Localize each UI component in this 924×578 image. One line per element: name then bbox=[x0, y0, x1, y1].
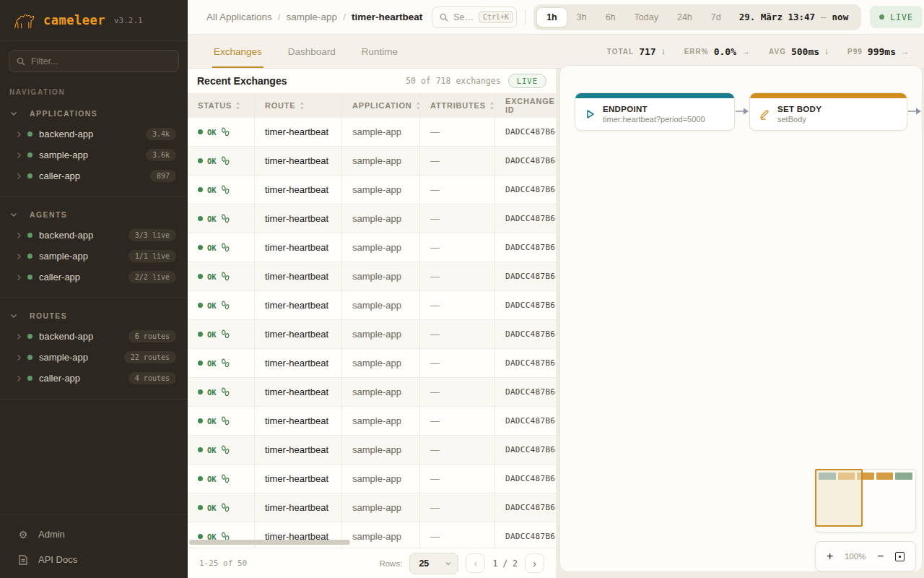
attributes-cell: — bbox=[419, 493, 494, 522]
live-toggle[interactable]: LIVE bbox=[870, 6, 923, 28]
chevron-down-icon bbox=[10, 111, 17, 116]
chevron-right-icon: › bbox=[533, 558, 536, 569]
table-row[interactable]: OKtimer-heartbeatsample-app—DADCC487B60F… bbox=[188, 147, 556, 176]
date-range-picker[interactable]: 29. März 13:47 — now bbox=[731, 12, 858, 22]
app-version: v3.2.1 bbox=[114, 16, 143, 25]
sidebar-item-label: backend-app bbox=[39, 129, 93, 139]
trace-footprints-icon bbox=[221, 329, 230, 339]
sidebar-item-sample-app[interactable]: sample-app3.6k bbox=[0, 144, 188, 165]
time-range-3h[interactable]: 3h bbox=[567, 7, 596, 27]
sidebar: cameleer v3.2.1 NAVIGATION APPLICATIONSb… bbox=[0, 0, 188, 578]
column-header-application[interactable]: APPLICATION bbox=[341, 93, 419, 118]
tab-exchanges[interactable]: Exchanges bbox=[214, 35, 262, 68]
nav-section-header-agents[interactable]: AGENTS bbox=[0, 207, 188, 225]
table-row[interactable]: OKtimer-heartbeatsample-app—DADCC487B60F… bbox=[188, 176, 556, 204]
status-cell: OK bbox=[188, 118, 254, 146]
time-range-1h[interactable]: 1h bbox=[536, 7, 567, 27]
trace-footprints-icon bbox=[221, 301, 230, 310]
zoom-in-button[interactable]: + bbox=[827, 551, 833, 562]
status-cell: OK bbox=[188, 378, 254, 406]
breadcrumb-current: timer-heartbeat bbox=[352, 12, 422, 22]
tab-dashboard[interactable]: Dashboard bbox=[288, 35, 336, 68]
status-dot bbox=[198, 447, 203, 452]
sidebar-item-caller-app[interactable]: caller-app4 routes bbox=[0, 368, 188, 389]
status-cell: OK bbox=[188, 493, 254, 522]
attributes-cell: — bbox=[419, 262, 494, 290]
time-range-6h[interactable]: 6h bbox=[596, 7, 625, 27]
sidebar-item-sample-app[interactable]: sample-app22 routes bbox=[0, 347, 188, 368]
table-row[interactable]: OKtimer-heartbeatsample-app—DADCC487B60F… bbox=[188, 349, 556, 378]
panel-title: Recent Exchanges bbox=[197, 75, 287, 87]
sidebar-item-label: sample-app bbox=[39, 150, 88, 160]
column-header-exchange-id[interactable]: EXCHANGE ID bbox=[494, 93, 556, 118]
prev-page-button[interactable]: ‹ bbox=[466, 553, 485, 573]
exchange-id-cell: DADCC487B60F8 bbox=[494, 349, 556, 377]
sidebar-item-backend-app[interactable]: backend-app6 routes bbox=[0, 326, 188, 347]
breadcrumb-all-applications[interactable]: All Applications bbox=[206, 12, 272, 22]
table-row[interactable]: OKtimer-heartbeatsample-app—DADCC487B60F… bbox=[188, 118, 556, 147]
flow-node-endpoint[interactable]: ENDPOINT timer:heartbeat?period=5000 bbox=[575, 92, 735, 131]
status-cell: OK bbox=[188, 349, 254, 377]
sidebar-item-caller-app[interactable]: caller-app2/2 live bbox=[0, 267, 188, 288]
sidebar-item-caller-app[interactable]: caller-app897 bbox=[0, 165, 188, 186]
table-row[interactable]: OKtimer-heartbeatsample-app—DADCC487B60F… bbox=[188, 465, 556, 493]
table-row[interactable]: OKtimer-heartbeatsample-app—DADCC487B60F… bbox=[188, 493, 556, 522]
application-cell: sample-app bbox=[341, 349, 419, 377]
sidebar-item-backend-app[interactable]: backend-app3/3 live bbox=[0, 225, 188, 246]
sidebar-item-api-docs[interactable]: API Docs bbox=[0, 547, 188, 572]
chevron-left-icon: ‹ bbox=[474, 558, 478, 569]
exchange-id-cell: DADCC487B60F8 bbox=[494, 118, 556, 146]
fit-view-button[interactable] bbox=[895, 552, 905, 561]
chevron-right-icon bbox=[17, 333, 22, 340]
minimap-node-bar bbox=[895, 473, 912, 480]
table-row[interactable]: OKtimer-heartbeatsample-app—DADCC487B60F… bbox=[188, 320, 556, 349]
app-logo[interactable]: cameleer v3.2.1 bbox=[0, 0, 188, 41]
flow-node-clipped[interactable] bbox=[922, 92, 923, 131]
zoom-out-button[interactable]: − bbox=[877, 551, 884, 562]
rows-per-page-select[interactable]: 25 bbox=[409, 553, 458, 574]
status-text: OK bbox=[207, 417, 217, 426]
table-row[interactable]: OKtimer-heartbeatsample-app—DADCC487B60F… bbox=[188, 262, 556, 291]
sidebar-item-admin[interactable]: ⚙ Admin bbox=[0, 522, 188, 547]
global-search[interactable]: Se… Ctrl+K bbox=[432, 7, 517, 28]
status-dot bbox=[198, 505, 203, 510]
route-flow-canvas[interactable]: ENDPOINT timer:heartbeat?period=5000 SET… bbox=[559, 65, 923, 572]
flow-node-set-body[interactable]: SET BODY setBody bbox=[749, 92, 907, 131]
filter-input[interactable] bbox=[31, 56, 171, 66]
trend-arrow-icon: ↓ bbox=[661, 46, 666, 56]
exchange-id-cell: DADCC487B60F8 bbox=[494, 436, 556, 464]
table-row[interactable]: OKtimer-heartbeatsample-app—DADCC487B60F… bbox=[188, 291, 556, 320]
table-row[interactable]: OKtimer-heartbeatsample-app—DADCC487B60F… bbox=[188, 436, 556, 465]
application-cell: sample-app bbox=[341, 176, 419, 204]
attributes-cell: — bbox=[419, 204, 494, 233]
time-range-today[interactable]: Today bbox=[625, 7, 668, 27]
rows-label: Rows: bbox=[379, 559, 402, 568]
table-row[interactable]: OKtimer-heartbeatsample-app—DADCC487B60F… bbox=[188, 204, 556, 233]
sidebar-item-backend-app[interactable]: backend-app3.4k bbox=[0, 124, 188, 144]
sidebar-item-label: caller-app bbox=[39, 373, 80, 384]
column-label: EXCHANGE ID bbox=[505, 97, 555, 114]
column-label: APPLICATION bbox=[352, 101, 412, 110]
nav-section-header-routes[interactable]: ROUTES bbox=[0, 309, 188, 326]
live-label: LIVE bbox=[890, 12, 913, 22]
time-range-7d[interactable]: 7d bbox=[702, 7, 731, 27]
table-row[interactable]: OKtimer-heartbeatsample-app—DADCC487B60F… bbox=[188, 378, 556, 407]
tab-runtime[interactable]: Runtime bbox=[362, 35, 398, 68]
status-text: OK bbox=[207, 475, 217, 483]
table-row[interactable]: OKtimer-heartbeatsample-app—DADCC487B60F… bbox=[188, 407, 556, 436]
nav-section-header-applications[interactable]: APPLICATIONS bbox=[0, 106, 188, 124]
column-header-status[interactable]: STATUS bbox=[188, 93, 254, 118]
divider bbox=[0, 197, 188, 197]
table-row[interactable]: OKtimer-heartbeatsample-app—DADCC487B60F… bbox=[188, 233, 556, 262]
chevron-right-icon bbox=[17, 152, 22, 159]
next-page-button[interactable]: › bbox=[525, 553, 544, 573]
sidebar-item-sample-app[interactable]: sample-app1/1 live bbox=[0, 246, 188, 267]
column-header-route[interactable]: ROUTE bbox=[254, 93, 341, 118]
sidebar-filter[interactable] bbox=[9, 50, 179, 72]
column-header-attributes[interactable]: ATTRIBUTES bbox=[419, 93, 494, 118]
time-range-24h[interactable]: 24h bbox=[668, 7, 702, 27]
breadcrumb-sample-app[interactable]: sample-app bbox=[287, 12, 338, 22]
horizontal-scrollbar-thumb[interactable] bbox=[189, 540, 350, 545]
minimap-viewport[interactable] bbox=[815, 469, 863, 527]
status-text: OK bbox=[207, 215, 217, 223]
